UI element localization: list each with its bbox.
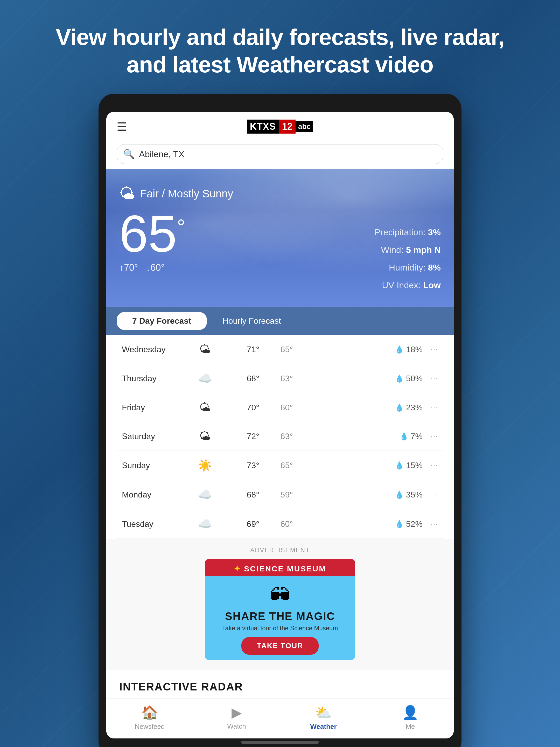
forecast-more[interactable]: ···	[423, 520, 438, 528]
forecast-row[interactable]: Tuesday ☁️ 69° 60° 💧52% ···	[117, 509, 443, 539]
forecast-row[interactable]: Wednesday 🌤 71° 65° 💧18% ···	[117, 335, 443, 364]
ad-label: ADVERTISEMENT	[117, 546, 443, 554]
forecast-low: 63°	[259, 374, 293, 383]
weather-nav-label: Weather	[310, 723, 337, 731]
logo-ktxs: KTXS	[247, 120, 279, 134]
ad-brand-star: ✦	[234, 564, 244, 573]
ad-cta-button[interactable]: TAKE TOUR	[241, 637, 319, 655]
forecast-icon: 🌤	[194, 343, 215, 356]
hero-text: View hourly and daily forecasts, live ra…	[30, 0, 530, 94]
forecast-more[interactable]: ···	[423, 403, 438, 412]
forecast-low: 60°	[259, 403, 293, 412]
precip-drop-icon: 💧	[400, 432, 408, 441]
newsfeed-nav-label: Newsfeed	[135, 723, 165, 731]
precip-drop-icon: 💧	[395, 403, 404, 412]
forecast-low: 65°	[259, 461, 293, 470]
tab-hourly[interactable]: Hourly Forecast	[207, 312, 297, 330]
newsfeed-nav-icon: 🏠	[141, 705, 158, 721]
forecast-high: 68°	[225, 374, 259, 383]
forecast-more[interactable]: ···	[423, 374, 438, 383]
degree-symbol: °	[177, 215, 185, 239]
ad-brand: ✦ SCIENCE MUSEUM	[213, 564, 347, 573]
wind-label: Wind:	[381, 245, 404, 255]
forecast-precip: 💧52%	[293, 519, 423, 529]
forecast-row[interactable]: Thursday ☁️ 68° 63° 💧50% ···	[117, 364, 443, 393]
forecast-icon: ☀️	[194, 459, 215, 472]
precip-drop-icon: 💧	[395, 374, 404, 383]
forecast-high: 73°	[225, 461, 259, 470]
forecast-low: 63°	[259, 432, 293, 441]
forecast-row[interactable]: Sunday ☀️ 73° 65° 💧15% ···	[117, 451, 443, 480]
forecast-list: Wednesday 🌤 71° 65° 💧18% ··· Thursday ☁️…	[106, 335, 454, 539]
nav-item-newsfeed[interactable]: 🏠 Newsfeed	[124, 705, 176, 731]
hero-line2: and latest Weathercast video	[127, 52, 433, 77]
me-nav-icon: 👤	[402, 705, 419, 721]
forecast-more[interactable]: ···	[423, 345, 438, 354]
search-bar: 🔍 Abilene, TX	[106, 139, 454, 169]
search-input-wrap[interactable]: 🔍 Abilene, TX	[117, 144, 443, 164]
forecast-more[interactable]: ···	[423, 461, 438, 469]
nav-item-weather[interactable]: ⛅ Weather	[298, 705, 349, 731]
precipitation-value: 3%	[428, 227, 441, 237]
forecast-precip: 💧15%	[293, 461, 423, 470]
forecast-row[interactable]: Monday ☁️ 68° 59° 💧35% ···	[117, 480, 443, 509]
forecast-tabs: 7 Day Forecast Hourly Forecast	[106, 307, 454, 335]
forecast-more[interactable]: ···	[423, 490, 438, 499]
weather-condition: 🌤 Fair / Mostly Sunny	[119, 185, 441, 203]
forecast-icon: 🌤	[194, 430, 215, 443]
humidity-label: Humidity:	[389, 262, 426, 272]
uv-row: UV Index: Low	[375, 276, 441, 294]
forecast-precip: 💧35%	[293, 490, 423, 499]
temp-low: ↓60°	[146, 262, 164, 273]
ad-headline: SHARE THE MAGIC	[213, 610, 347, 622]
ad-card[interactable]: ✦ SCIENCE MUSEUM 🕶 SHARE THE MAGIC Take …	[205, 559, 355, 660]
search-input[interactable]: Abilene, TX	[139, 149, 184, 159]
wind-value: 5 mph N	[406, 245, 441, 255]
forecast-row[interactable]: Saturday 🌤 72° 63° 💧7% ···	[117, 422, 443, 451]
precip-drop-icon: 💧	[395, 345, 404, 354]
forecast-day: Thursday	[122, 374, 194, 383]
forecast-low: 59°	[259, 490, 293, 499]
watch-nav-label: Watch	[227, 722, 246, 730]
ad-middle: 🕶 SHARE THE MAGIC Take a virtual tour of…	[205, 576, 355, 660]
logo-container: KTXS 12 abc	[247, 120, 313, 134]
search-icon: 🔍	[123, 149, 135, 159]
radar-title: INTERACTIVE RADAR	[119, 680, 441, 693]
weather-main: 65° ↑70° ↓60° Precipitation: 3% Wind: 5 …	[119, 208, 441, 294]
tab-7day[interactable]: 7 Day Forecast	[117, 312, 207, 330]
forecast-day: Sunday	[122, 461, 194, 470]
wind-row: Wind: 5 mph N	[375, 241, 441, 259]
device-screen: ☰ KTXS 12 abc 🔍 Abilene, TX 🌤 Fair / Mos…	[106, 112, 454, 739]
nav-item-watch[interactable]: ▶ Watch	[211, 705, 263, 731]
forecast-icon: ☁️	[194, 488, 215, 501]
forecast-precip: 💧50%	[293, 374, 423, 383]
forecast-day: Friday	[122, 403, 194, 412]
forecast-high: 71°	[225, 345, 259, 354]
precipitation-label: Precipitation:	[375, 227, 426, 237]
weather-nav-icon: ⛅	[315, 705, 332, 721]
weather-condition-text: Fair / Mostly Sunny	[140, 187, 233, 200]
forecast-low: 65°	[259, 345, 293, 354]
weather-condition-icon: 🌤	[119, 185, 135, 203]
ad-sunglasses: 🕶	[213, 584, 347, 608]
forecast-day: Tuesday	[122, 519, 194, 529]
me-nav-label: Me	[405, 723, 415, 731]
nav-item-me[interactable]: 👤 Me	[384, 705, 436, 731]
forecast-high: 68°	[225, 490, 259, 499]
forecast-high: 72°	[225, 432, 259, 441]
forecast-row[interactable]: Friday 🌤 70° 60° 💧23% ···	[117, 393, 443, 422]
uv-label: UV Index:	[382, 280, 421, 290]
weather-details: Precipitation: 3% Wind: 5 mph N Humidity…	[375, 223, 441, 294]
temp-high: ↑70°	[119, 262, 138, 273]
forecast-high: 70°	[225, 403, 259, 412]
ad-subtext: Take a virtual tour of the Science Museu…	[213, 624, 347, 632]
temp-section: 65° ↑70° ↓60°	[119, 208, 185, 273]
device-notch	[254, 104, 306, 109]
device-home-bar	[241, 741, 319, 744]
precip-drop-icon: 💧	[395, 520, 404, 529]
uv-value: Low	[423, 280, 441, 290]
bottom-nav: 🏠 Newsfeed ▶ Watch ⛅ Weather 👤 Me	[106, 698, 454, 739]
hamburger-icon[interactable]: ☰	[117, 120, 127, 133]
forecast-icon: 🌤	[194, 401, 215, 414]
forecast-more[interactable]: ···	[423, 432, 438, 440]
